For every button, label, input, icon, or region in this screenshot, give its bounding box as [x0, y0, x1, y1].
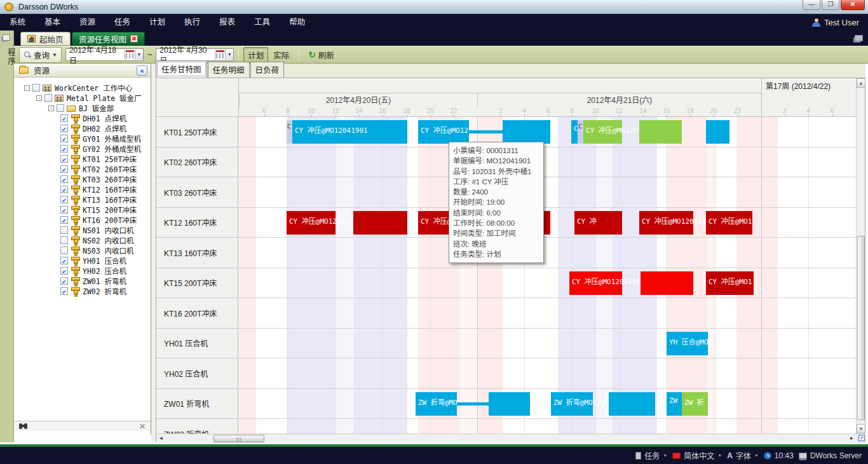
- tree-checkbox[interactable]: ✔: [60, 175, 68, 183]
- tree-resource-item[interactable]: NS03 内收口机: [60, 245, 134, 256]
- tree-checkbox[interactable]: ✔: [60, 257, 68, 264]
- view-tab-1[interactable]: 任务甘特图: [156, 60, 207, 78]
- task-bar[interactable]: CY 冲压@MO1: [706, 271, 754, 295]
- collapse-panel-icon[interactable]: «: [137, 65, 147, 76]
- tree-checkbox[interactable]: [60, 236, 68, 244]
- tree-checkbox[interactable]: [32, 84, 40, 92]
- task-bar[interactable]: [639, 120, 682, 144]
- date-from-picker[interactable]: 2012年 4月18日 ▼: [65, 48, 144, 61]
- clear-icon[interactable]: ✕: [139, 422, 146, 431]
- tree-expander-icon[interactable]: -: [36, 95, 42, 101]
- task-bar[interactable]: ZW 折: [682, 392, 708, 416]
- tab-close-icon[interactable]: ✖: [130, 35, 138, 43]
- tree-group-item[interactable]: -Metal Plate 钣金厂: [36, 93, 142, 103]
- scroll-left-icon[interactable]: ◄: [156, 434, 166, 443]
- menu-item[interactable]: 工具: [245, 14, 280, 31]
- menu-item[interactable]: 计划: [140, 14, 175, 31]
- tree-resource-item[interactable]: ✔KT03 260T冲床: [60, 174, 137, 184]
- horizontal-scroll-thumb[interactable]: |||: [214, 435, 264, 442]
- task-bar[interactable]: YH 压合@MO1: [667, 332, 708, 355]
- status-task[interactable]: 任务 ▼: [635, 450, 667, 461]
- tree-group-item[interactable]: -WorkCenter 工作中心: [24, 83, 132, 93]
- status-font[interactable]: A 字体 ▼: [727, 450, 759, 461]
- task-bar[interactable]: ZW 折弯@MO12041901: [551, 392, 593, 416]
- query-button[interactable]: 查询 ▼: [19, 47, 62, 63]
- menu-item[interactable]: 任务: [105, 14, 140, 31]
- tree-checkbox[interactable]: ✔: [60, 267, 68, 275]
- date-from-value[interactable]: 2012年 4月18日: [66, 44, 125, 65]
- tree-checkbox[interactable]: ✔: [60, 135, 68, 142]
- task-bar[interactable]: C: [578, 120, 583, 144]
- close-button[interactable]: ✕: [841, 0, 865, 10]
- task-bar-connector[interactable]: [469, 130, 503, 133]
- tree-checkbox[interactable]: ✔: [60, 114, 68, 122]
- date-from-dropdown-icon[interactable]: ▼: [135, 50, 143, 60]
- tree-resource-item[interactable]: ✔ZW01 折弯机: [60, 276, 126, 286]
- calendar-icon[interactable]: [125, 50, 135, 60]
- scroll-down-icon[interactable]: ▼: [857, 424, 865, 433]
- tree-resource-item[interactable]: ✔KT16 200T冲床: [60, 215, 137, 225]
- horizontal-scrollbar[interactable]: ◄ ||| ►: [156, 433, 857, 443]
- tree-resource-item[interactable]: ✔DH01 点焊机: [60, 113, 126, 123]
- tree-checkbox[interactable]: ✔: [60, 145, 68, 153]
- windows-list-icon[interactable]: [855, 35, 863, 41]
- task-bar[interactable]: [503, 120, 550, 144]
- tree-resource-item[interactable]: ✔DH02 点焊机: [60, 123, 126, 133]
- tab-home[interactable]: 起始页: [20, 32, 71, 46]
- task-bar[interactable]: [609, 392, 655, 416]
- tree-group-item[interactable]: -BJ 钣金部: [48, 103, 114, 113]
- task-bar[interactable]: ZW: [667, 392, 682, 416]
- tree-resource-item[interactable]: NS02 内收口机: [60, 235, 134, 245]
- task-bar[interactable]: [706, 120, 729, 144]
- plan-button[interactable]: 计划: [243, 47, 268, 63]
- tree-resource-item[interactable]: ✔KT12 160T冲床: [60, 184, 137, 194]
- date-to-picker[interactable]: 2012年 4月30日 ▼: [156, 48, 234, 61]
- task-bar[interactable]: [489, 392, 530, 416]
- menu-item[interactable]: 报表: [210, 14, 245, 31]
- tree-resource-item[interactable]: ✔YH01 压合机: [60, 256, 126, 266]
- task-bar[interactable]: CY 冲压@MO12041901: [292, 120, 407, 144]
- tree-checkbox[interactable]: [44, 94, 52, 102]
- tree-checkbox[interactable]: ✔: [60, 155, 68, 163]
- tree-checkbox[interactable]: ✔: [60, 125, 68, 132]
- scroll-right-icon[interactable]: ►: [847, 434, 857, 443]
- panel-splitter[interactable]: [151, 64, 156, 442]
- tree-resource-item[interactable]: ✔YH02 压合机: [60, 266, 126, 276]
- tree-resource-item[interactable]: ✔KT13 160T冲床: [60, 194, 137, 205]
- menu-item[interactable]: 资源: [70, 14, 105, 31]
- query-dropdown-icon[interactable]: ▼: [52, 52, 57, 58]
- minimize-button[interactable]: —: [803, 0, 820, 10]
- task-bar[interactable]: CY 冲压@MO12041904: [287, 211, 336, 235]
- tree-resource-item[interactable]: ✔KT01 250T冲床: [60, 154, 137, 164]
- task-bar[interactable]: CY 冲压@MO12041902: [583, 120, 622, 144]
- menu-item[interactable]: 系统: [0, 14, 35, 31]
- task-bar[interactable]: CY 冲: [574, 211, 622, 235]
- tree-checkbox[interactable]: ✔: [60, 196, 68, 203]
- tree-checkbox[interactable]: [60, 226, 68, 234]
- task-bar[interactable]: CY 冲压@MO12041901: [418, 120, 469, 144]
- tree-resource-item[interactable]: ✔ZW02 折弯机: [60, 286, 126, 296]
- menu-item[interactable]: 帮助: [280, 14, 315, 31]
- task-bar[interactable]: CY 冲压@MO12041903: [569, 271, 622, 295]
- date-to-dropdown-icon[interactable]: ▼: [225, 50, 233, 60]
- actual-button[interactable]: 实际: [268, 47, 294, 63]
- menu-item[interactable]: 基本: [35, 14, 70, 31]
- tree-resource-item[interactable]: NS01 内收口机: [60, 225, 134, 235]
- tree-checkbox[interactable]: [60, 247, 68, 254]
- task-bar[interactable]: CY 冲压@MO1: [706, 211, 752, 235]
- calendar-icon[interactable]: [215, 50, 225, 60]
- status-language[interactable]: 简体中文 ▼: [672, 450, 722, 461]
- restore-button[interactable]: ❐: [822, 0, 839, 10]
- tree-resource-item[interactable]: ✔KT02 260T冲床: [60, 164, 137, 174]
- scroll-corner-button[interactable]: ↗: [857, 433, 866, 443]
- vertical-scroll-thumb[interactable]: [857, 236, 865, 420]
- tree-checkbox[interactable]: ✔: [60, 216, 68, 224]
- scroll-up-icon[interactable]: ▲: [857, 78, 865, 88]
- binoculars-icon[interactable]: [19, 423, 28, 429]
- tree-checkbox[interactable]: [57, 104, 64, 112]
- program-panel-icon[interactable]: [3, 34, 10, 41]
- tree-resource-item[interactable]: ✔GY02 外桶成型机: [60, 144, 141, 154]
- vertical-scrollbar[interactable]: ▲ ▼: [856, 78, 865, 433]
- task-bar[interactable]: C: [571, 120, 578, 144]
- tree-checkbox[interactable]: ✔: [60, 206, 68, 214]
